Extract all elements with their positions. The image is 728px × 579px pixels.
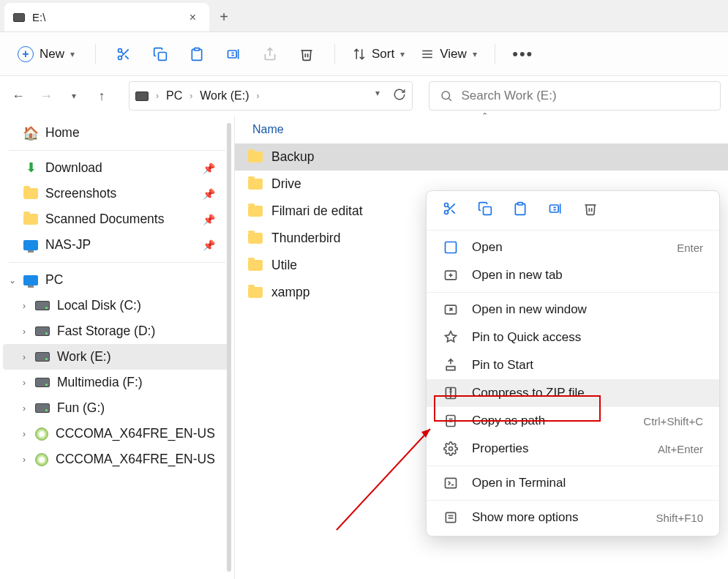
tab-title: E:\	[32, 11, 45, 23]
rename-button[interactable]	[217, 38, 249, 70]
pin-icon: 📌	[203, 239, 215, 251]
sidebar-item-dvd1[interactable]: › CCCOMA_X64FRE_EN-US	[3, 421, 231, 447]
address-bar[interactable]: › PC › Work (E:) › ▾	[129, 81, 413, 111]
chevron-right-icon[interactable]: ›	[19, 326, 29, 337]
tab-active[interactable]: E:\ ×	[4, 3, 209, 31]
refresh-button[interactable]	[393, 88, 406, 104]
back-button[interactable]: ←	[7, 85, 29, 107]
cut-button[interactable]	[108, 38, 140, 70]
clipboard-icon	[189, 47, 204, 61]
new-button[interactable]: + New ▾	[9, 42, 83, 67]
search-input[interactable]: Search Work (E:)	[429, 81, 721, 111]
menu-show-more[interactable]: Show more options Shift+F10	[427, 504, 719, 531]
menu-open-new-window[interactable]: Open in new window	[427, 296, 719, 324]
separator	[427, 292, 719, 293]
address-history-dropdown[interactable]: ▾	[375, 88, 380, 104]
paste-button[interactable]	[181, 38, 213, 70]
share-button[interactable]	[254, 38, 286, 70]
menu-compress-zip[interactable]: Compress to ZIP file	[427, 379, 719, 407]
svg-line-14	[449, 98, 451, 100]
copy-button[interactable]	[144, 38, 176, 70]
sidebar-item-label: PC	[45, 272, 63, 288]
pin-icon: 📌	[203, 188, 215, 200]
up-button[interactable]: ↑	[91, 85, 113, 107]
separator	[427, 500, 719, 501]
sort-dropdown[interactable]: Sort ▾	[347, 47, 410, 61]
sort-indicator-icon: ⌃	[481, 111, 488, 121]
sidebar-item-local-disk[interactable]: › Local Disk (C:)	[3, 293, 231, 318]
sidebar-item-fun[interactable]: › Fun (G:)	[3, 395, 231, 421]
navigation-bar: ← → ▾ ↑ › PC › Work (E:) › ▾ Search Work…	[0, 76, 728, 116]
separator	[334, 44, 335, 64]
menu-copy-path[interactable]: Copy as path Ctrl+Shift+C	[427, 407, 719, 435]
sidebar-item-multimedia[interactable]: › Multimedia (F:)	[3, 370, 231, 395]
svg-line-19	[448, 206, 450, 209]
svg-point-0	[119, 48, 122, 52]
clipboard-icon	[513, 201, 528, 216]
pin-icon: 📌	[203, 214, 215, 225]
sort-icon	[353, 48, 366, 61]
menu-open-new-tab[interactable]: Open in new tab	[427, 261, 719, 289]
more-options-icon	[443, 510, 459, 525]
sidebar-item-nas[interactable]: NAS-JP 📌	[3, 232, 231, 258]
chevron-right-icon[interactable]: ›	[19, 352, 29, 362]
delete-button[interactable]	[583, 201, 598, 220]
chevron-right-icon[interactable]: ›	[19, 429, 29, 439]
sidebar-item-home[interactable]: 🏠 Home	[3, 120, 231, 146]
menu-open[interactable]: Open Enter	[427, 234, 719, 261]
svg-rect-24	[446, 242, 457, 253]
menu-label: Open in new tab	[472, 268, 563, 283]
paste-button[interactable]	[513, 201, 528, 220]
menu-pin-quick-access[interactable]: Pin to Quick access	[427, 324, 719, 351]
forward-button[interactable]: →	[35, 85, 57, 107]
copy-button[interactable]	[478, 201, 492, 220]
chevron-right-icon[interactable]: ›	[19, 455, 29, 465]
menu-open-terminal[interactable]: Open in Terminal	[427, 469, 719, 497]
chevron-down-icon[interactable]: ⌄	[7, 275, 18, 285]
refresh-icon	[393, 88, 406, 101]
sidebar-item-pc[interactable]: ⌄ PC	[3, 267, 231, 293]
menu-shortcut: Alt+Enter	[658, 443, 703, 455]
breadcrumb[interactable]: Work (E:)	[200, 89, 249, 102]
copy-icon	[153, 47, 168, 61]
sidebar-item-label: CCCOMA_X64FRE_EN-US	[56, 452, 215, 467]
new-window-icon	[443, 302, 459, 317]
delete-button[interactable]	[290, 38, 323, 70]
view-dropdown[interactable]: View ▾	[415, 47, 483, 61]
sidebar-item-work[interactable]: › Work (E:)	[3, 344, 231, 370]
trash-icon	[583, 201, 598, 216]
menu-label: Open	[472, 240, 503, 255]
new-tab-button[interactable]: +	[209, 3, 239, 31]
separator	[427, 230, 719, 231]
sidebar-item-label: NAS-JP	[45, 237, 91, 253]
menu-pin-start[interactable]: Pin to Start	[427, 351, 719, 379]
sidebar-item-scanned[interactable]: Scanned Documents 📌	[3, 206, 231, 232]
svg-point-15	[445, 203, 449, 207]
chevron-right-icon[interactable]: ›	[19, 301, 29, 311]
sidebar-item-fast-storage[interactable]: › Fast Storage (D:)	[3, 318, 231, 344]
toolbar: + New ▾ Sort ▾ View ▾ •••	[0, 32, 728, 76]
chevron-right-icon: ›	[189, 91, 192, 101]
folder-icon	[248, 206, 263, 217]
menu-label: Properties	[472, 441, 528, 456]
sidebar-item-screenshots[interactable]: Screenshots 📌	[3, 181, 231, 206]
chevron-right-icon[interactable]: ›	[19, 378, 29, 388]
chevron-right-icon: ›	[257, 91, 260, 101]
sidebar-item-dvd2[interactable]: › CCCOMA_X64FRE_EN-US	[3, 447, 231, 472]
menu-properties[interactable]: Properties Alt+Enter	[427, 435, 719, 463]
sidebar-item-download[interactable]: ⬇ Download 📌	[3, 155, 231, 181]
cut-button[interactable]	[443, 201, 457, 220]
drive-icon	[35, 352, 50, 362]
trash-icon	[299, 47, 314, 61]
tab-close-button[interactable]: ×	[185, 10, 200, 26]
rename-button[interactable]	[548, 201, 563, 220]
terminal-icon	[443, 476, 459, 490]
more-button[interactable]: •••	[507, 38, 539, 70]
recent-dropdown[interactable]: ▾	[63, 85, 85, 107]
file-name: Utile	[271, 258, 297, 273]
chevron-right-icon[interactable]: ›	[19, 403, 29, 414]
svg-point-13	[442, 91, 450, 100]
file-row[interactable]: Backup	[235, 143, 728, 171]
plus-icon: +	[18, 46, 34, 62]
breadcrumb[interactable]: PC	[166, 89, 182, 102]
